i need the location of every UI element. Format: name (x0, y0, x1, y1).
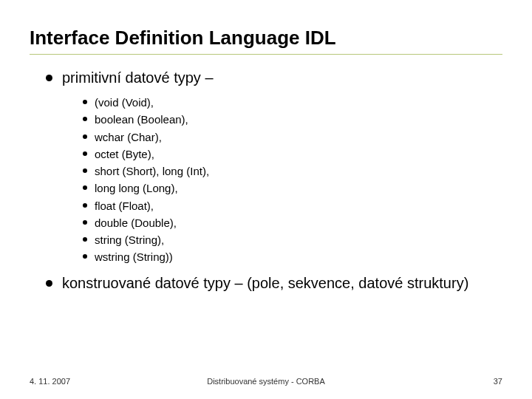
list-item-text: long long (Long), (95, 182, 178, 194)
list-item-text: double (Double), (95, 216, 177, 229)
list-item: wstring (String)) (83, 248, 502, 265)
list-item-text: boolean (Boolean), (95, 113, 188, 126)
footer-page: 37 (494, 377, 502, 386)
slide: Interface Definition Language IDL primit… (0, 0, 532, 399)
slide-title: Interface Definition Language IDL (30, 27, 502, 50)
footer-center: Distribuované systémy - CORBA (207, 377, 325, 386)
list-item-text: wchar (Char), (95, 131, 162, 143)
list-item-text: wstring (String)) (95, 250, 173, 263)
list-item: wchar (Char), (83, 129, 502, 146)
list-item-text: konstruované datové typy – (pole, sekven… (62, 275, 468, 291)
footer-date: 4. 11. 2007 (30, 377, 70, 386)
bullet-list-level1: primitivní datové typy – (void (Void), b… (46, 68, 502, 293)
list-item: long long (Long), (83, 180, 502, 197)
list-item: octet (Byte), (83, 146, 502, 163)
list-item: primitivní datové typy – (void (Void), b… (46, 68, 502, 266)
list-item-text: float (Float), (95, 200, 154, 212)
list-item: float (Float), (83, 197, 502, 214)
bullet-list-level2: (void (Void), boolean (Boolean), wchar (… (83, 94, 502, 266)
title-underline (30, 54, 502, 55)
list-item-text: short (Short), long (Int), (95, 165, 209, 177)
list-item: boolean (Boolean), (83, 111, 502, 128)
list-item: short (Short), long (Int), (83, 163, 502, 180)
list-item-text: octet (Byte), (95, 148, 154, 160)
list-item: string (String), (83, 231, 502, 248)
list-item: konstruované datové typy – (pole, sekven… (46, 273, 502, 293)
list-item-text: primitivní datové typy – (62, 69, 214, 86)
footer: 4. 11. 2007 Distribuované systémy - CORB… (0, 377, 532, 386)
list-item: double (Double), (83, 214, 502, 231)
list-item-text: (void (Void), (95, 96, 154, 109)
list-item: (void (Void), (83, 94, 502, 111)
list-item-text: string (String), (95, 233, 164, 246)
